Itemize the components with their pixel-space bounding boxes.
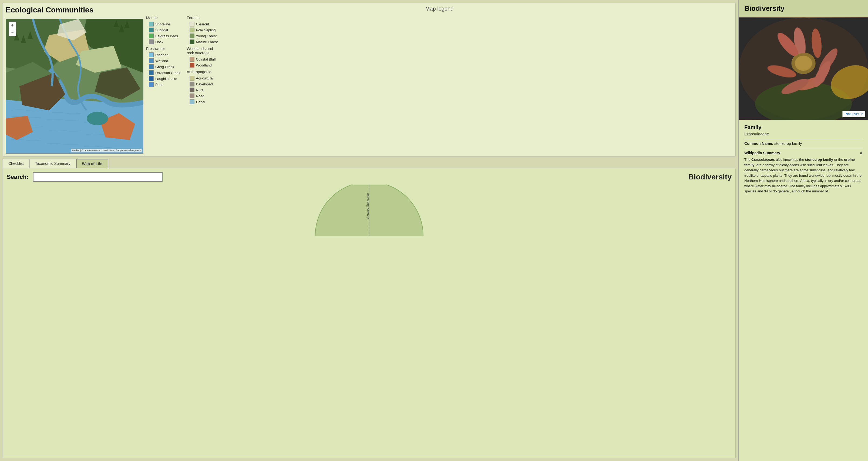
common-name-row: Common Name: stonecrop family xyxy=(744,141,863,146)
legend-item: Woodland xyxy=(190,63,219,67)
swatch-eelgrass xyxy=(149,33,154,38)
svg-point-11 xyxy=(87,112,108,125)
common-name-label: Common Name: xyxy=(744,141,773,146)
legend-item: Young Forest xyxy=(190,33,219,38)
legend-item: Davidson Creek xyxy=(149,70,180,75)
legend-section-freshwater: Freshwater xyxy=(146,47,180,51)
search-input[interactable] xyxy=(33,172,162,182)
common-name-value: stonecrop family xyxy=(774,141,802,146)
divider-1 xyxy=(744,139,863,139)
legend-item: Mature Forest xyxy=(190,39,219,44)
divider-2 xyxy=(744,148,863,148)
swatch-young-forest xyxy=(190,33,194,38)
tab-checklist[interactable]: Checklist xyxy=(3,159,29,168)
legend-item: Pole Sapling xyxy=(190,28,219,32)
map-attribution: Leaflet | © OpenStreetMap contributors, … xyxy=(71,149,142,152)
swatch-greig-creek xyxy=(149,64,154,69)
swatch-dock xyxy=(149,39,154,44)
swatch-mature-forest xyxy=(190,39,194,44)
biodiversity-section-label: Biodiversity xyxy=(688,173,732,181)
swatch-agricultural xyxy=(190,76,194,81)
swatch-subtidal xyxy=(149,28,154,32)
search-label: Search: xyxy=(7,173,29,180)
wikipedia-section-title: Wikipedia Summary ∧ xyxy=(744,150,863,155)
wikipedia-text: The Crassulaceae, also known as the ston… xyxy=(744,157,863,194)
zoom-in-button[interactable]: + xyxy=(9,22,16,29)
legend-item: Laughlin Lake xyxy=(149,76,180,81)
legend-item: Wetland xyxy=(149,58,180,63)
legend-item: Pond xyxy=(149,82,180,87)
web-of-life-chart: d-leaved Stonecrop xyxy=(7,184,732,239)
legend-area: Map legend Marine Shoreline Subtidal xyxy=(146,6,733,154)
swatch-road xyxy=(190,93,194,98)
swatch-coastal-bluff xyxy=(190,57,194,62)
map-container[interactable]: + − Leaflet | © OpenStreetMap contributo… xyxy=(6,19,144,154)
left-panel: Ecological Communities xyxy=(0,0,738,461)
swatch-pond xyxy=(149,82,154,87)
species-image-svg xyxy=(739,17,868,120)
legend-item: Clearcut xyxy=(190,22,219,27)
page-title: Ecological Communities xyxy=(6,6,144,14)
legend-item: Developed xyxy=(190,82,219,86)
legend-item: Greig Creek xyxy=(149,64,180,69)
legend-section-anthropogenic: Anthropogenic xyxy=(187,70,219,74)
legend-title: Map legend xyxy=(146,6,733,12)
legend-col-2: Forests Clearcut Pole Sapling Young Fore… xyxy=(187,15,219,104)
legend-section-marine: Marine xyxy=(146,16,180,20)
swatch-davidson-creek xyxy=(149,70,154,75)
swatch-rural xyxy=(190,88,194,92)
web-of-life-svg: d-leaved Stonecrop xyxy=(302,184,437,239)
legend-item: Agricultural xyxy=(190,76,219,81)
legend-item: Riparian xyxy=(149,52,180,57)
family-label: Family xyxy=(744,124,863,131)
swatch-woodland xyxy=(190,63,194,67)
legend-item: Dock xyxy=(149,39,180,44)
bottom-header: Search: Biodiversity xyxy=(7,172,732,182)
swatch-developed xyxy=(190,82,194,86)
right-panel: Biodiversity xyxy=(738,0,868,461)
chevron-up-icon[interactable]: ∧ xyxy=(859,150,863,155)
swatch-canal xyxy=(190,99,194,104)
legend-section-forests: Forests xyxy=(187,16,219,20)
species-image: iNaturalist ↗ xyxy=(739,17,868,120)
legend-col-1: Marine Shoreline Subtidal Eelgrass Beds xyxy=(146,15,180,104)
zoom-out-button[interactable]: − xyxy=(9,29,16,36)
svg-point-48 xyxy=(795,56,812,71)
swatch-clearcut xyxy=(190,22,194,27)
swatch-shoreline xyxy=(149,22,154,27)
legend-item: Rural xyxy=(190,88,219,92)
svg-text:d-leaved Stonecrop: d-leaved Stonecrop xyxy=(366,193,369,219)
tabs-bar: Checklist Taxonomic Summary Web of Life xyxy=(3,159,736,168)
legend-section-woodlands: Woodlands and rock outcrops xyxy=(187,47,219,55)
legend-item: Subtidal xyxy=(149,28,180,32)
legend-item: Road xyxy=(190,93,219,98)
inaturalist-link[interactable]: iNaturalist ↗ xyxy=(842,111,865,117)
swatch-riparian xyxy=(149,52,154,57)
bottom-panel: Search: Biodiversity d-leaved Stonecrop xyxy=(3,168,736,458)
biodiversity-title: Biodiversity xyxy=(739,0,868,17)
tab-taxonomic-summary[interactable]: Taxonomic Summary xyxy=(29,159,76,168)
family-name: Crassulaceae xyxy=(744,132,863,136)
swatch-wetland xyxy=(149,58,154,63)
tab-web-of-life[interactable]: Web of Life xyxy=(76,159,108,168)
legend-item: Canal xyxy=(190,99,219,104)
legend-item: Coastal Bluff xyxy=(190,57,219,62)
map-legend-area: Ecological Communities xyxy=(3,3,736,157)
swatch-laughlin-lake xyxy=(149,76,154,81)
legend-item: Shoreline xyxy=(149,22,180,27)
zoom-controls: + − xyxy=(9,22,16,36)
species-info: Family Crassulaceae Common Name: stonecr… xyxy=(739,120,868,198)
swatch-pole-sapling xyxy=(190,28,194,32)
legend-item: Eelgrass Beds xyxy=(149,33,180,38)
legend-columns: Marine Shoreline Subtidal Eelgrass Beds xyxy=(146,15,733,104)
